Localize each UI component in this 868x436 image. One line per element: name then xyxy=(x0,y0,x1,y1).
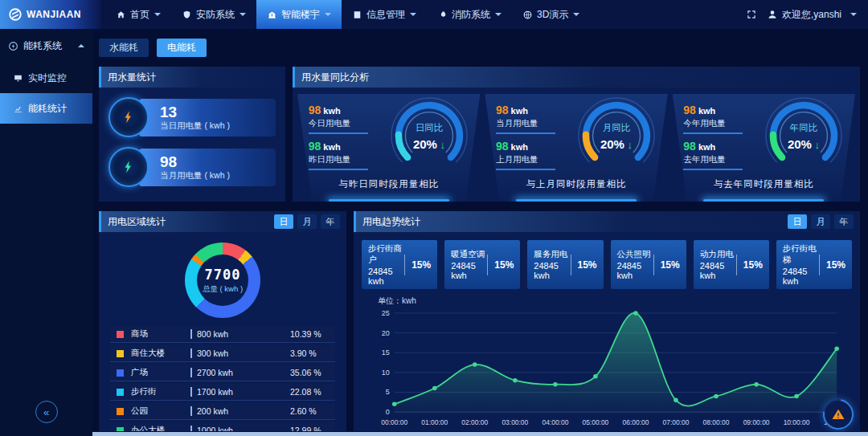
legend-row: 公园 200 kwh 2.60 % xyxy=(110,403,335,420)
legend-swatch xyxy=(117,408,124,415)
region-stats-panel: 用电区域统计 日月年 7700 总量 ( kwh ) 商场 800 kwh 10… xyxy=(99,211,346,431)
svg-text:05:00:00: 05:00:00 xyxy=(582,418,608,426)
nav-item-building-icon[interactable]: 智能楼宇 xyxy=(256,0,342,29)
legend-value: 200 kwh xyxy=(190,406,290,416)
water-stats-panel: 用水量统计 13 当日用电量 ( kwh ) 98 当月用电量 ( kwh ) xyxy=(99,67,285,202)
bolt-icon xyxy=(121,160,136,174)
legend-percent: 2.60 % xyxy=(290,406,329,416)
nav-item-globe-icon[interactable]: 3D演示 xyxy=(512,0,590,29)
flame-icon xyxy=(437,10,448,20)
gauge-caption: 与上月同时段用量相比 xyxy=(491,178,661,190)
chevron-down-icon xyxy=(240,13,246,16)
nav-item-flame-icon[interactable]: 消防系统 xyxy=(427,0,512,29)
bolt-badge xyxy=(108,147,149,187)
divider xyxy=(571,255,571,275)
glow-line xyxy=(329,199,449,202)
gauge-stat-previous: 98 kwh 去年用电量 xyxy=(683,140,743,170)
gauge-ring: 月同比 20% ↓ xyxy=(576,96,657,178)
svg-text:15: 15 xyxy=(382,348,390,357)
time-tab[interactable]: 月 xyxy=(297,214,317,229)
svg-text:01:00:00: 01:00:00 xyxy=(421,418,448,426)
trend-time-tabs: 日月年 xyxy=(788,214,854,229)
brand-logo[interactable]: WANJIAAN xyxy=(0,0,100,29)
donut-total-label: 总量 ( kwh ) xyxy=(203,284,243,295)
trend-panel: 用电趋势统计 日月年 步行街商户24845 kwh 15% 暖通空调24845 … xyxy=(354,211,860,431)
legend-row: 商住大楼 300 kwh 3.90 % xyxy=(110,345,335,362)
panel-header: 用电趋势统计 日月年 xyxy=(354,211,860,232)
divider xyxy=(653,255,654,275)
trend-stat-boxes: 步行街商户24845 kwh 15% 暖通空调24845 kwh 15% 服务用… xyxy=(362,240,852,289)
panel-title: 用电趋势统计 xyxy=(362,215,420,229)
water-stat-row: 98 当月用电量 ( kwh ) xyxy=(108,147,276,187)
stat-label: 当月用电量 ( kwh ) xyxy=(160,170,276,181)
gauge-section: 98 kwh 今日用电量 98 kwh 昨日用电量 日同比 20% ↓ 与昨日同… xyxy=(297,94,480,202)
svg-text:10:00:00: 10:00:00 xyxy=(784,418,810,426)
chevron-down-icon xyxy=(154,13,161,16)
svg-text:5: 5 xyxy=(386,388,390,396)
stat-value: 13 xyxy=(160,104,276,120)
sidebar-item[interactable]: 能耗统计 xyxy=(0,93,92,124)
trend-stat-box: 服务用电24845 kwh 15% xyxy=(527,240,603,289)
legend-name: 步行街 xyxy=(131,386,190,397)
chart-unit-label: 单位：kwh xyxy=(378,295,860,307)
donut-total-value: 7700 xyxy=(205,267,241,283)
legend-value: 2700 kwh xyxy=(190,368,290,377)
donut-center: 7700 总量 ( kwh ) xyxy=(197,255,248,306)
trend-stat-box: 暖通空调24845 kwh 15% xyxy=(444,240,520,289)
tab-inactive[interactable]: 水能耗 xyxy=(99,39,149,57)
brand-logo-icon xyxy=(8,7,23,22)
tab-active[interactable]: 电能耗 xyxy=(157,39,207,57)
gauge-section: 98 kwh 当月用电量 98 kwh 上月用电量 月同比 20% ↓ 与上月同… xyxy=(485,94,667,202)
nav-item-shield-icon[interactable]: 安防系统 xyxy=(171,0,256,29)
legend-row: 办公大楼 1000 kwh 12.99 % xyxy=(110,422,335,431)
region-time-tabs: 日月年 xyxy=(274,214,340,229)
trend-stat-box: 公共照明24845 kwh 15% xyxy=(611,240,686,289)
gauge-sections: 98 kwh 今日用电量 98 kwh 昨日用电量 日同比 20% ↓ 与昨日同… xyxy=(293,88,860,202)
svg-text:03:00:00: 03:00:00 xyxy=(502,418,528,426)
sidebar-item[interactable]: 实时监控 xyxy=(0,63,92,93)
svg-text:年同比: 年同比 xyxy=(789,123,818,132)
chevron-up-icon xyxy=(78,44,84,47)
user-menu[interactable]: 欢迎您,yanshi xyxy=(767,8,857,22)
warning-icon xyxy=(831,407,845,422)
time-tab[interactable]: 年 xyxy=(834,214,854,229)
region-legend: 商场 800 kwh 10.39 % 商住大楼 300 kwh 3.90 % 广… xyxy=(99,326,346,431)
user-icon xyxy=(767,9,778,20)
monitor-icon xyxy=(13,73,23,84)
stats-icon xyxy=(13,104,23,114)
svg-text:20% ↓: 20% ↓ xyxy=(788,137,820,151)
home-icon xyxy=(116,10,126,20)
globe-icon xyxy=(522,10,533,20)
svg-text:日同比: 日同比 xyxy=(415,123,443,132)
fullscreen-icon[interactable] xyxy=(746,9,757,20)
legend-swatch xyxy=(117,369,124,377)
sidebar-group-energy[interactable]: 能耗系统 xyxy=(0,29,92,63)
legend-value: 300 kwh xyxy=(190,348,290,358)
water-stat-pill: 13 当日用电量 ( kwh ) xyxy=(139,99,276,137)
stat-label: 当日用电量 ( kwh ) xyxy=(160,120,276,132)
svg-text:00:00:00: 00:00:00 xyxy=(381,418,407,426)
nav-item-info-icon[interactable]: 信息管理 xyxy=(342,0,427,29)
bottom-edge-strip xyxy=(92,432,868,436)
gauge-stat-previous: 98 kwh 上月用电量 xyxy=(496,140,555,170)
legend-row: 步行街 1700 kwh 22.08 % xyxy=(110,384,335,401)
svg-text:10: 10 xyxy=(382,369,390,377)
gauge-ring: 年同比 20% ↓ xyxy=(764,96,844,178)
legend-percent: 35.06 % xyxy=(290,368,329,377)
panel-header: 用电区域统计 日月年 xyxy=(99,211,346,232)
sidebar-collapse-button[interactable]: « xyxy=(35,401,58,423)
trend-stat-box: 步行街商户24845 kwh 15% xyxy=(362,240,437,289)
legend-percent: 22.08 % xyxy=(290,387,329,397)
time-tab[interactable]: 年 xyxy=(321,214,340,229)
divider xyxy=(487,255,488,275)
trend-stat-box: 步行街电梯24845 kwh 15% xyxy=(776,240,852,289)
time-tab[interactable]: 月 xyxy=(811,214,830,229)
stat-value: 98 xyxy=(160,153,276,170)
svg-text:07:00:00: 07:00:00 xyxy=(663,418,690,426)
time-tab[interactable]: 日 xyxy=(274,214,293,229)
legend-percent: 3.90 % xyxy=(290,348,329,358)
legend-name: 办公大楼 xyxy=(131,425,190,431)
time-tab[interactable]: 日 xyxy=(788,214,807,229)
nav-item-home-icon[interactable]: 首页 xyxy=(105,0,171,29)
legend-value: 1700 kwh xyxy=(190,387,290,397)
